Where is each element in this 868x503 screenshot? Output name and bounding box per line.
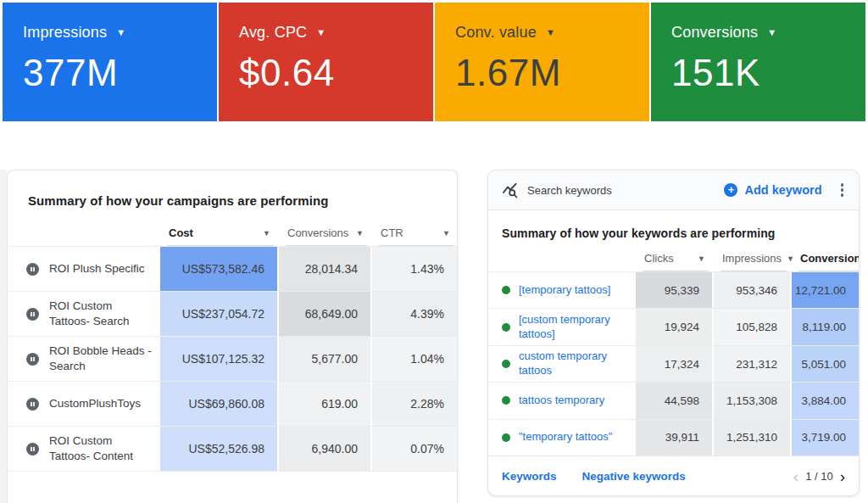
scorecard-value: $0.64 (239, 52, 416, 94)
column-header-impressions[interactable]: Impressions ▼ (721, 252, 787, 271)
scorecard-value: 377M (23, 52, 200, 94)
cost-cell: US$52,526.98 (159, 427, 277, 471)
campaign-row[interactable]: ROI Bobble Heads - Search US$107,125.32 … (8, 336, 457, 381)
clicks-cell: 19,924 (634, 309, 712, 344)
sort-caret-icon: ▼ (698, 254, 705, 263)
chevron-down-icon: ▼ (546, 28, 555, 37)
ctr-cell: 1.04% (370, 337, 457, 381)
pagination-label: 1 / 10 (805, 470, 833, 483)
cost-cell: US$237,054.72 (159, 292, 277, 336)
conversions-cell: 12,721.00 (790, 272, 859, 308)
enabled-status-icon (502, 396, 510, 405)
scorecard-conv-value[interactable]: Conv. value ▼ 1.67M (435, 3, 649, 121)
cost-cell: US$573,582.46 (159, 247, 277, 291)
keywords-column-headers: Clicks ▼ Impressions ▼ Conversions ▼ (488, 252, 859, 271)
tab-negative-keywords[interactable]: Negative keywords (582, 470, 686, 483)
scorecard-impressions[interactable]: Impressions ▼ 377M (3, 3, 217, 121)
campaign-row[interactable]: CustomPlushToys US$69,860.08 619.00 2.28… (8, 381, 457, 426)
keyword-name-cell: [custom temporary tattoos] (488, 309, 634, 344)
scorecard-avg-cpc[interactable]: Avg. CPC ▼ $0.64 (219, 3, 433, 121)
conversions-cell: 68,649.00 (277, 292, 370, 336)
keyword-link[interactable]: [custom temporary tattoos] (519, 313, 629, 342)
scorecard-value: 1.67M (455, 52, 632, 94)
clicks-cell: 44,598 (634, 383, 712, 418)
keyword-link[interactable]: custom temporary tattoos (519, 349, 629, 378)
keyword-link[interactable]: [temporary tattoos] (519, 283, 610, 298)
keyword-link[interactable]: tattoos temporary (519, 394, 604, 408)
campaigns-panel-title: Summary of how your campaigns are perfor… (8, 170, 457, 208)
keyword-row[interactable]: tattoos temporary 44,598 1,153,308 3,884… (488, 382, 859, 418)
conversions-cell: 28,014.34 (277, 247, 370, 291)
keywords-panel-footer: Keywords Negative keywords ‹ 1 / 10 › (488, 455, 859, 495)
conversions-cell: 3,884.00 (790, 383, 859, 418)
search-keywords-icon (502, 182, 519, 198)
campaign-row[interactable]: ROI Custom Tattoos- Content US$52,526.98… (8, 426, 457, 471)
chevron-down-icon: ▼ (767, 28, 776, 37)
impressions-cell: 105,828 (712, 309, 790, 344)
conversions-cell: 6,940.00 (277, 427, 370, 471)
scorecard-label[interactable]: Avg. CPC ▼ (239, 24, 416, 42)
scorecard-label[interactable]: Conv. value ▼ (455, 24, 632, 42)
impressions-cell: 231,312 (712, 346, 790, 382)
campaign-name-cell: ROI Custom Tattoos- Search (8, 292, 159, 336)
keyword-row[interactable]: "temporary tattoos" 39,911 1,251,310 3,7… (488, 419, 859, 455)
scorecard-conversions[interactable]: Conversions ▼ 151K (651, 3, 865, 121)
campaign-row[interactable]: ROI Custom Tattoos- Search US$237,054.72… (8, 291, 457, 336)
keyword-name-cell: custom temporary tattoos (488, 346, 634, 382)
keyword-row[interactable]: [temporary tattoos] 95,339 953,346 12,72… (488, 271, 859, 308)
enabled-status-icon (502, 323, 510, 332)
campaign-name-cell: CustomPlushToys (8, 382, 159, 426)
keyword-row[interactable]: custom temporary tattoos 17,324 231,312 … (488, 345, 859, 382)
ctr-cell: 1.43% (370, 247, 457, 291)
tab-keywords[interactable]: Keywords (502, 470, 557, 483)
keywords-panel-header: Search keywords + Add keyword (488, 170, 859, 210)
paused-status-icon (26, 443, 39, 455)
cost-cell: US$69,860.08 (159, 382, 277, 426)
sort-caret-icon: ▼ (442, 229, 450, 238)
enabled-status-icon (502, 360, 510, 368)
campaign-name-cell: ROI Custom Tattoos- Content (8, 427, 159, 471)
table-bottom-divider (8, 471, 457, 493)
impressions-cell: 1,153,308 (712, 383, 790, 418)
enabled-status-icon (502, 433, 510, 442)
paused-status-icon (26, 263, 39, 276)
panels-region: Summary of how your campaigns are perfor… (0, 170, 868, 503)
more-options-icon[interactable] (837, 180, 848, 200)
keyword-name-cell: tattoos temporary (488, 383, 634, 418)
ctr-cell: 0.07% (370, 427, 457, 471)
campaign-name-cell: ROI Bobble Heads - Search (8, 337, 159, 381)
keyword-row[interactable]: [custom temporary tattoos] 19,924 105,82… (488, 308, 859, 344)
search-keywords-panel: Search keywords + Add keyword Summary of… (487, 170, 860, 496)
pagination: ‹ 1 / 10 › (793, 468, 845, 484)
keyword-link[interactable]: "temporary tattoos" (519, 430, 612, 444)
column-header-clicks[interactable]: Clicks ▼ (643, 252, 709, 271)
sort-caret-icon: ▼ (263, 229, 270, 238)
keywords-panel-header-title: Search keywords (527, 184, 612, 197)
conversions-cell: 5,051.00 (790, 346, 859, 382)
conversions-cell: 8,119.00 (790, 309, 859, 344)
impressions-cell: 953,346 (712, 272, 790, 308)
campaign-name-cell: ROI Plush Specific (8, 247, 159, 291)
scorecard-label[interactable]: Conversions ▼ (671, 24, 849, 42)
column-header-cost[interactable]: Cost ▼ (167, 226, 274, 246)
campaigns-column-headers: Cost ▼ Conversions ▼ CTR ▼ (8, 226, 457, 246)
plus-icon: + (724, 183, 737, 197)
campaigns-summary-panel: Summary of how your campaigns are perfor… (7, 170, 458, 503)
paused-status-icon (26, 353, 39, 366)
column-header-ctr[interactable]: CTR ▼ (379, 226, 453, 246)
add-keyword-button[interactable]: + Add keyword (724, 183, 821, 197)
sort-caret-icon: ▼ (356, 229, 364, 238)
column-header-conversions[interactable]: Conversions ▼ (286, 226, 367, 246)
sort-caret-icon: ▼ (787, 254, 794, 263)
ctr-cell: 2.28% (370, 382, 457, 426)
ctr-cell: 4.39% (370, 292, 457, 336)
chevron-down-icon: ▼ (316, 28, 326, 37)
chevron-left-icon[interactable]: ‹ (793, 468, 798, 484)
scorecard-label[interactable]: Impressions ▼ (23, 24, 200, 42)
keyword-name-cell: "temporary tattoos" (488, 420, 634, 455)
chevron-right-icon[interactable]: › (840, 468, 845, 484)
impressions-cell: 1,251,310 (712, 420, 790, 455)
column-header-conversions[interactable]: Conversions ▼ (798, 252, 860, 271)
campaign-row[interactable]: ROI Plush Specific US$573,582.46 28,014.… (8, 246, 457, 291)
conversions-cell: 3,719.00 (790, 420, 859, 455)
